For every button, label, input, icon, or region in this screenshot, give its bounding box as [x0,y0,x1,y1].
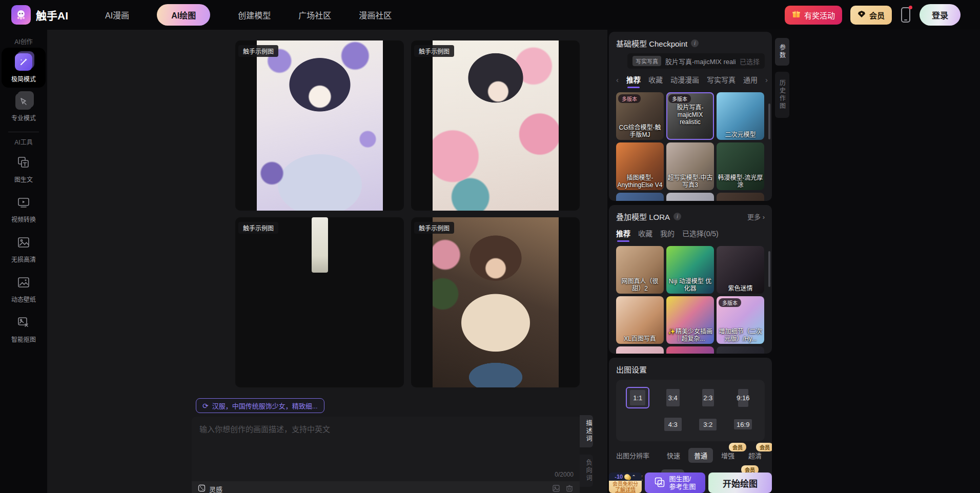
scrollbar[interactable] [768,104,770,139]
member-button[interactable]: 会员 [850,6,892,25]
sample-image-card-hanfu[interactable]: 触手示例图 [235,40,404,211]
lora-thumb[interactable]: 网图真人（很甜）2 [616,246,664,294]
gallery-icon[interactable] [552,484,560,493]
lora-thumb[interactable]: Niji 动漫模型 优化器 [666,246,714,294]
nav-plaza-community[interactable]: 广场社区 [298,9,331,21]
inspiration-bar: 灵感 [192,481,580,493]
sidebar-item-lossless-hd[interactable]: 无损高清 [0,228,47,268]
resolution-label: 出图分辨率 [616,450,661,460]
sample-image-card-botanical[interactable]: 触手示例图 [235,217,404,387]
live-wallpaper-icon [15,274,32,291]
resolution-fast[interactable]: 快速 [661,448,686,463]
aspect-3-2[interactable]: 3:2 [696,414,720,435]
model-thumb[interactable]: 超写实模型-中古写真3 [666,142,714,190]
resolution-ultra[interactable]: 超清 会员 [743,448,767,463]
aspect-ratio-grid: 1:1 3:4 2:3 9:16 4:3 3:2 16:9 [616,380,765,441]
sidebar-item-minimal-mode[interactable]: 极简模式 [2,48,46,88]
nav-ai-comic[interactable]: AI漫画 [105,9,129,21]
model-thumb[interactable] [666,193,714,201]
login-button[interactable]: 登录 [920,4,961,26]
resolution-normal[interactable]: 普通 [688,448,713,463]
tab-positive-prompt[interactable]: 描述词 [580,415,593,447]
lora-thumb[interactable] [717,346,764,354]
checkpoint-tab-recommend[interactable]: 推荐 [626,74,641,85]
generate-button[interactable]: 开始绘图 [708,473,772,493]
aspect-9-16[interactable]: 9:16 [731,387,755,408]
nav-ai-draw[interactable]: AI绘图 [157,4,210,26]
tab-parameters[interactable]: 参数 [775,38,789,66]
model-thumb[interactable]: 插图模型-AnythingElse V4 [616,142,664,190]
generate-action-bar: -10 ⌃ 会员免积分 了解详情 图生图/ 参考生图 开始绘图 [609,473,772,493]
aspect-3-4[interactable]: 3:4 [661,387,685,408]
lora-thumb[interactable]: XL百图写真 [616,296,664,344]
tab-history-artworks[interactable]: 历史作图 [775,72,789,118]
vip-badge: 会员 [756,443,772,451]
lora-tab-recommend[interactable]: 推荐 [616,228,630,238]
sidebar-label-image-to-text: 图生文 [14,175,33,183]
more-link[interactable]: 更多 › [747,212,765,221]
model-thumb[interactable]: 二次元模型 [717,92,764,140]
cursor-squares-icon [15,93,32,110]
inspiration-label[interactable]: 灵感 [209,484,222,493]
aspect-4-3[interactable]: 4:3 [661,414,685,435]
checkpoint-tab-general[interactable]: 通用 [743,74,758,85]
lora-thumb[interactable] [616,346,664,354]
nav-comic-community[interactable]: 漫画社区 [359,9,392,21]
magic-wand-icon [15,53,32,71]
image-to-text-icon [15,154,32,171]
selected-model-bar[interactable]: 写实写真 胶片写真-majicMIX reali... 已选择 [627,53,765,69]
prompt-suggestion-chip[interactable]: ⟳ 汉服，中国传统服饰少女，精致细... [196,398,324,413]
scrollbar[interactable] [768,251,770,287]
model-thumb[interactable]: 多版本 CG综合模型-触手版MJ [616,92,664,140]
coin-icon [624,474,630,480]
info-icon[interactable]: i [691,39,699,47]
aspect-1-1[interactable]: 1:1 [626,387,649,408]
img2img-button[interactable]: 图生图/ 参考生图 [645,473,705,493]
credit-cost-box[interactable]: -10 ⌃ 会员免积分 了解详情 [609,473,642,493]
checkpoint-panel: 基础模型 Checkpoint i 写实写真 胶片写真-majicMIX rea… [609,32,772,201]
prompt-textarea[interactable] [192,417,580,481]
member-label: 会员 [869,10,885,20]
model-thumb-selected[interactable]: 多版本 胶片写真-majicMIX realistic [666,92,714,140]
lora-tab-mine[interactable]: 我的 [660,228,675,238]
aspect-2-3[interactable]: 2:3 [696,387,720,408]
sidebar-section-ai-create: AI创作 [0,37,47,46]
hd-image-icon [15,234,32,251]
checkpoint-tab-anime[interactable]: 动漫漫画 [670,74,699,85]
sample-badge: 触手示例图 [414,45,454,57]
model-thumb[interactable] [616,193,664,201]
sample-image-card-lotus[interactable]: 触手示例图 [411,40,580,211]
clear-icon[interactable] [565,484,574,493]
aspect-16-9[interactable]: 16:9 [731,414,755,435]
resolution-enhanced[interactable]: 增强 会员 [716,448,740,463]
model-thumb[interactable] [717,193,764,201]
chevron-right-icon[interactable]: › [765,75,768,84]
lora-grid: 网图真人（很甜）2 Niji 动漫模型 优化器 紫色迷情 XL百图写真 ✨精美少… [616,246,765,354]
lora-thumb[interactable]: ✨精美少女插画｜超复杂... [666,296,714,344]
checkpoint-tab-favorites[interactable]: 收藏 [648,74,663,85]
nav-create-model[interactable]: 创建模型 [238,9,271,21]
lora-thumb[interactable]: 多版本 增加细节（二次元版）/Hy... [717,296,764,344]
mobile-app-icon[interactable] [900,7,911,23]
sidebar-item-video-convert[interactable]: 视频转换 [0,188,47,228]
logo-octopus-icon [11,5,31,25]
app-title: 触手AI [36,7,68,23]
model-thumb[interactable]: 韩漫模型-流光厚涂 [717,142,764,190]
sidebar-item-live-wallpaper[interactable]: 动态壁纸 [0,268,47,308]
sidebar-item-pro-mode[interactable]: 专业模式 [0,88,47,127]
lora-thumb[interactable]: 紫色迷情 [717,246,764,294]
lora-tab-selected[interactable]: 已选择(0/5) [682,228,719,238]
learn-more-link[interactable]: 了解详情 [609,487,642,492]
sample-image-card-portrait[interactable]: 触手示例图 [411,217,580,387]
sidebar-item-smart-cutout[interactable]: 智能抠图 [0,308,47,348]
chevron-left-icon[interactable]: ‹ [616,75,619,84]
sidebar-item-image-to-text[interactable]: 图生文 [0,148,47,188]
logo[interactable]: 触手AI [11,5,68,25]
info-icon[interactable]: i [673,213,681,220]
lora-thumb[interactable] [666,346,714,354]
tab-negative-prompt[interactable]: 负向词 [580,455,593,487]
activity-button[interactable]: 有奖活动 [785,6,842,25]
sample-badge: 触手示例图 [414,222,454,234]
checkpoint-tab-realistic[interactable]: 写实写真 [707,74,736,85]
lora-tab-favorites[interactable]: 收藏 [638,228,652,238]
